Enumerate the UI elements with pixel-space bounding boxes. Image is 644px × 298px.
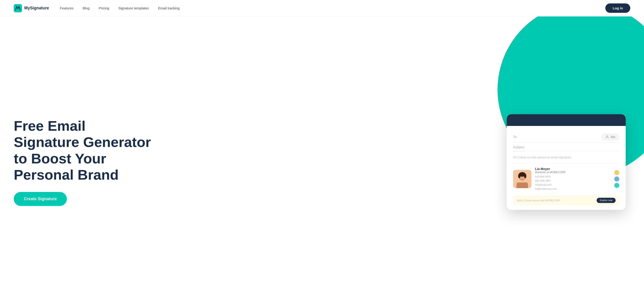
sig-icon-yellow <box>614 170 619 175</box>
hero-title: Free Email Signature Generator to Boost … <box>14 118 151 183</box>
person-icon <box>605 135 609 139</box>
svg-point-8 <box>524 174 526 178</box>
sig-details: 630-865-9976 802-359-7867 mobacorp.com l… <box>535 175 610 191</box>
nav-link-signature-templates[interactable]: Signature templates <box>118 6 149 10</box>
nav-links: Features Blog Pricing Signature template… <box>60 6 180 10</box>
email-body-text: Hi! Check out this awesome email signatu… <box>513 152 619 161</box>
sig-name: Lia Moyer <box>535 167 610 171</box>
subject-label: Subject: <box>513 143 525 151</box>
create-signature-button[interactable]: Create Signature <box>14 192 67 206</box>
sig-icon-blue <box>614 176 619 181</box>
sig-email: lia@mobecorp.com <box>535 187 610 191</box>
sig-website: mobacorp.com <box>535 183 610 187</box>
sig-social-icons <box>614 170 619 188</box>
signature-avatar <box>513 170 532 188</box>
email-mockup: To: Ma Subject: Hi! Check out th <box>507 114 626 210</box>
nav-item-signature-templates[interactable]: Signature templates <box>118 6 149 10</box>
hero-content: Free Email Signature Generator to Boost … <box>14 109 151 206</box>
login-button[interactable]: Log in <box>605 3 630 13</box>
email-to-field: To: Ma <box>513 131 619 143</box>
sig-phone2: 802-359-7867 <box>535 179 610 183</box>
nav-link-blog[interactable]: Blog <box>82 6 90 10</box>
svg-point-7 <box>518 174 520 178</box>
nav-link-features[interactable]: Features <box>60 6 74 10</box>
svg-point-1 <box>606 136 608 137</box>
banner-text: Add a 2 times bonus with MOBECORP <box>517 199 560 202</box>
email-subject-field: Subject: <box>513 144 619 151</box>
nav-item-pricing[interactable]: Pricing <box>99 6 109 10</box>
avatar-illustration <box>513 170 532 188</box>
nav-item-email-tracking[interactable]: Email tracking <box>158 6 180 10</box>
nav-link-pricing[interactable]: Pricing <box>99 6 109 10</box>
autocomplete-text: Ma <box>611 135 615 139</box>
nav-link-email-tracking[interactable]: Email tracking <box>158 6 180 10</box>
brand-name: MySignature <box>24 6 49 10</box>
mysignature-logo-icon <box>14 4 22 12</box>
email-card-header <box>507 114 626 126</box>
to-label: To: <box>513 135 518 139</box>
email-banner: Add a 2 times bonus with MOBECORP Explor… <box>513 196 619 205</box>
email-card: To: Ma Subject: Hi! Check out th <box>507 114 626 210</box>
logo[interactable]: MySignature <box>14 4 49 12</box>
nav-item-features[interactable]: Features <box>60 6 74 10</box>
email-autocomplete-chip: Ma <box>601 133 619 141</box>
banner-explore-button[interactable]: Explore now <box>597 198 616 203</box>
sig-title: Marketer at MOBECORP <box>535 171 610 174</box>
sig-icon-green <box>614 183 619 188</box>
signature-block: Lia Moyer Marketer at MOBECORP 630-865-9… <box>513 163 619 193</box>
svg-rect-4 <box>516 182 528 188</box>
signature-info: Lia Moyer Marketer at MOBECORP 630-865-9… <box>535 167 610 191</box>
hero-section: Free Email Signature Generator to Boost … <box>0 16 644 298</box>
email-card-body: To: Ma Subject: Hi! Check out th <box>507 126 626 210</box>
navbar-left: MySignature Features Blog Pricing Signat… <box>14 4 180 12</box>
navbar: MySignature Features Blog Pricing Signat… <box>0 0 644 16</box>
nav-item-blog[interactable]: Blog <box>82 6 90 10</box>
sig-phone1: 630-865-9976 <box>535 175 610 179</box>
